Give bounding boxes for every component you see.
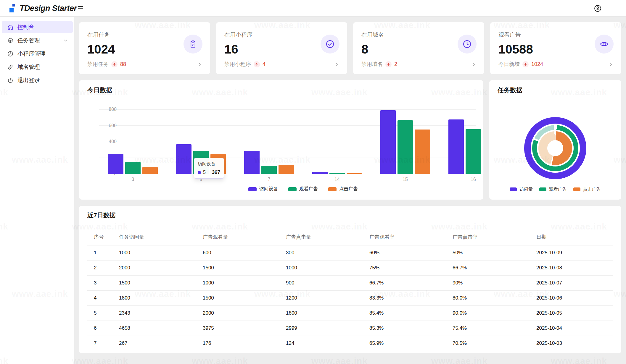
bar-点击广告-15[interactable] <box>415 130 430 174</box>
bar-chart-title: 今日数据 <box>87 86 112 94</box>
bar-观看广告-3[interactable] <box>125 162 141 174</box>
sidebar-item-4[interactable]: 退出登录 <box>2 74 73 86</box>
stat-card-1: 在用小程序16禁用小程序4 <box>216 22 347 74</box>
table-cell: 7 <box>87 336 112 351</box>
stat-card-3: 观看广告10588今日新增1024 <box>490 22 621 74</box>
logo-icon <box>9 3 15 14</box>
legend-item-观看广告[interactable]: 观看广告 <box>539 187 567 192</box>
table-cell: 4658 <box>112 321 196 336</box>
table-cell: 1800 <box>112 291 196 306</box>
trend-label: 禁用任务 <box>87 61 109 68</box>
chevron-right-icon[interactable] <box>197 62 202 67</box>
trend-label: 禁用小程序 <box>224 61 251 68</box>
table-cell: 2025-10-06 <box>530 291 613 306</box>
tooltip-category: 5 <box>203 170 206 175</box>
bar-观看广告-15[interactable] <box>398 120 413 174</box>
tooltip-marker-dot <box>198 171 201 174</box>
chevron-right-icon[interactable] <box>471 62 477 67</box>
table-row: 646583975299985.3%75.4%2025-10-04 <box>87 321 613 336</box>
table-cell: 90% <box>446 276 530 291</box>
sidebar-item-label: 小程序管理 <box>17 50 46 58</box>
sidebar-item-label: 控制台 <box>17 23 34 31</box>
legend-label: 观看广告 <box>549 187 567 192</box>
table-cell: 2025-10-08 <box>530 261 613 276</box>
bar-group-15 <box>371 109 439 174</box>
table-cell: 300 <box>279 245 363 261</box>
bar-点击广告-16[interactable] <box>483 138 483 174</box>
donut-chart-title: 任务数据 <box>498 86 522 94</box>
legend-item-访问量[interactable]: 访问量 <box>510 187 533 192</box>
x-axis-label: 7 <box>235 177 303 182</box>
table-cell: 3975 <box>196 321 279 336</box>
bar-访问设备-5[interactable] <box>176 144 191 174</box>
layers-icon <box>7 37 14 44</box>
bar-点击广告-3[interactable] <box>142 167 158 174</box>
bar-访问设备-15[interactable] <box>380 110 396 174</box>
bar-观看广告-7[interactable] <box>261 166 277 174</box>
legend-item-点击广告[interactable]: 点击广告 <box>328 186 358 192</box>
chevron-right-icon[interactable] <box>334 62 339 67</box>
legend-label: 访问量 <box>519 187 533 192</box>
chart-tooltip: 访问设备 5 367 <box>194 158 224 179</box>
table-cell: 50% <box>446 245 530 261</box>
table-cell: 2025-10-05 <box>530 306 613 321</box>
sidebar-item-0[interactable]: 控制台 <box>2 21 73 33</box>
table-cell: 1800 <box>279 306 363 321</box>
table-cell: 4 <box>87 291 112 306</box>
table-cell: 83.3% <box>363 291 446 306</box>
table-cell: 124 <box>279 336 363 351</box>
user-avatar-icon[interactable] <box>594 4 602 12</box>
x-axis-label: 3 <box>99 177 167 182</box>
bar-访问设备-7[interactable] <box>244 151 260 174</box>
legend-label: 观看广告 <box>299 186 318 192</box>
tooltip-series-name: 访问设备 <box>198 161 220 167</box>
table-cell: 1000 <box>196 276 279 291</box>
bar-访问设备-3[interactable] <box>108 154 123 174</box>
sidebar-item-1[interactable]: 任务管理 <box>2 34 73 46</box>
table-cell: 900 <box>279 276 363 291</box>
table-cell: 70.5% <box>446 336 530 351</box>
table-cell: 3 <box>87 276 112 291</box>
trend-value: 1024 <box>531 61 543 67</box>
bar-观看广告-14[interactable] <box>329 173 345 174</box>
chevron-down-icon <box>63 38 68 43</box>
table-cell: 1500 <box>196 291 279 306</box>
legend-swatch <box>248 187 257 191</box>
legend-swatch <box>288 187 297 191</box>
bar-点击广告-7[interactable] <box>279 165 294 174</box>
table-cell: 85.3% <box>363 321 446 336</box>
trend-value: 2 <box>394 61 397 67</box>
bar-点击广告-14[interactable] <box>347 173 362 174</box>
table-row: 726717612465.9%70.5%2025-10-03 <box>87 336 613 351</box>
data-table: 序号任务访问量广告观看量广告点击量广告观看率广告点击率日期 1100060030… <box>87 227 613 351</box>
tooltip-value-row: 5 367 <box>198 169 220 175</box>
bar-观看广告-16[interactable] <box>466 129 481 174</box>
sidebar-item-2[interactable]: 小程序管理 <box>2 48 73 60</box>
arrow-up-icon <box>254 61 260 67</box>
stat-card-label: 观看广告 <box>498 31 613 39</box>
table-cell: 1500 <box>112 276 196 291</box>
table-cell: 176 <box>196 336 279 351</box>
table-cell: 2000 <box>112 261 196 276</box>
legend-item-点击广告[interactable]: 点击广告 <box>573 187 601 192</box>
legend-item-观看广告[interactable]: 观看广告 <box>288 186 318 192</box>
table-cell: 1200 <box>279 291 363 306</box>
chevron-right-icon[interactable] <box>608 62 614 67</box>
donut-chart-legend: 访问量观看广告点击广告 <box>489 187 621 192</box>
table-title: 近7日数据 <box>87 211 613 219</box>
table-row: 418001500120083.3%80.0%2025-10-06 <box>87 291 613 306</box>
menu-toggle-icon[interactable] <box>77 5 84 12</box>
x-axis-label: 16 <box>439 177 483 182</box>
bar-访问设备-14[interactable] <box>312 172 328 174</box>
sidebar-item-label: 退出登录 <box>17 77 40 84</box>
bar-group-7 <box>235 109 303 174</box>
home-icon <box>7 24 14 30</box>
trend-value: 4 <box>263 61 265 67</box>
table-cell: 2 <box>87 261 112 276</box>
legend-item-访问设备[interactable]: 访问设备 <box>248 186 278 192</box>
column-header: 广告点击率 <box>446 227 530 245</box>
table-cell: 1000 <box>112 245 196 261</box>
sidebar-item-3[interactable]: 域名管理 <box>2 61 73 73</box>
legend-swatch <box>573 187 580 191</box>
bar-访问设备-16[interactable] <box>448 119 464 174</box>
